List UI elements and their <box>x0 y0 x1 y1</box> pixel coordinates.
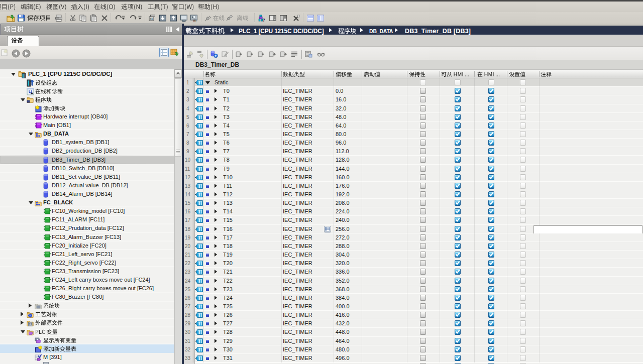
svg-text:?: ? <box>263 18 266 23</box>
svg-text:RT: RT <box>193 19 197 22</box>
svg-text:01: 01 <box>150 18 153 21</box>
